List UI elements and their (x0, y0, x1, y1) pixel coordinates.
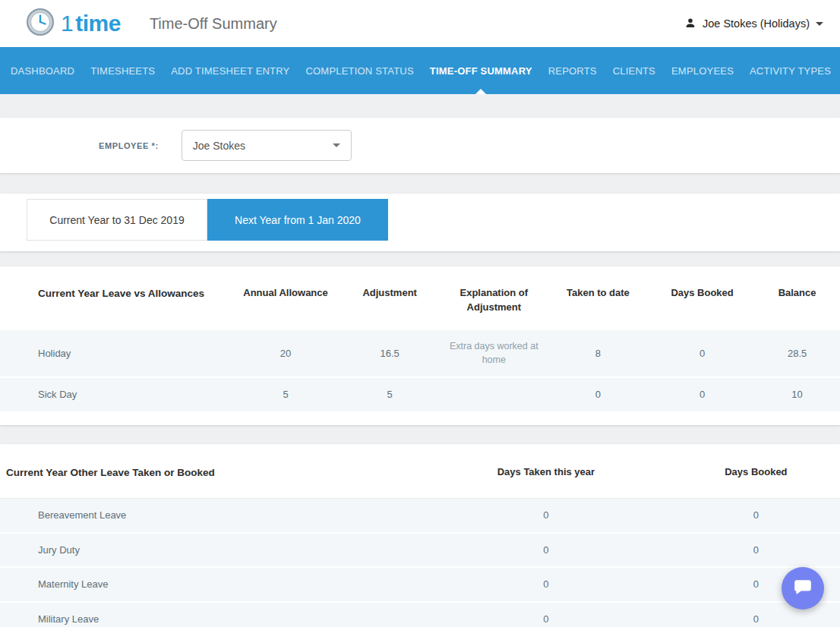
col-annual-allowance: Annual Allowance (233, 266, 337, 330)
chat-launcher-button[interactable] (782, 567, 824, 610)
tab-next-year[interactable]: Next Year from 1 Jan 2020 (207, 199, 388, 241)
chevron-down-icon (816, 22, 823, 26)
allowances-card: Current Year Leave vs Allowances Annual … (0, 266, 840, 425)
cell-leave-type: Sick Day (0, 377, 233, 412)
cell-days-taken: 0 (420, 602, 672, 627)
col-taken-to-date: Taken to date (546, 266, 650, 330)
other-leave-card: Current Year Other Leave Taken or Booked… (0, 444, 840, 627)
table-row-sick-day: Sick Day 5 5 0 0 10 (0, 377, 840, 412)
allowances-table: Current Year Leave vs Allowances Annual … (0, 266, 840, 413)
other-leave-title: Current Year Other Leave Taken or Booked (0, 444, 420, 499)
cell-leave-type: Jury Duty (0, 533, 420, 568)
nav-item-employees[interactable]: EMPLOYEES (671, 47, 734, 94)
cell-days-booked: 0 (672, 499, 840, 533)
table-row-bereavement: Bereavement Leave 0 0 (0, 499, 840, 533)
other-leave-table: Current Year Other Leave Taken or Booked… (0, 444, 840, 627)
main-nav: DASHBOARD TIMESHEETS ADD TIMESHEET ENTRY… (0, 47, 840, 94)
tab-current-year[interactable]: Current Year to 31 Dec 2019 (27, 199, 207, 241)
col-days-taken: Days Taken this year (420, 444, 672, 499)
app-logo[interactable]: 1time (26, 8, 121, 39)
employee-filter-card: EMPLOYEE *: Joe Stokes (0, 118, 840, 173)
cell-taken: 0 (546, 377, 650, 412)
cell-explanation: Extra days worked at home (442, 330, 546, 378)
cell-leave-type: Bereavement Leave (0, 499, 420, 533)
user-name: Joe Stokes (Holidays) (703, 17, 810, 30)
top-header: 1time Time-Off Summary Joe Stokes (Holid… (0, 0, 840, 47)
table-row-maternity: Maternity Leave 0 0 (0, 567, 840, 602)
cell-booked: 0 (650, 377, 754, 412)
nav-item-dashboard[interactable]: DASHBOARD (11, 47, 74, 94)
nav-item-activity-types[interactable]: ACTIVITY TYPES (750, 47, 831, 94)
cell-annual-allowance: 5 (233, 377, 337, 412)
employee-select-value: Joe Stokes (193, 140, 245, 152)
cell-booked: 0 (650, 330, 754, 378)
clock-logo-icon (26, 8, 55, 39)
logo-text: 1time (61, 11, 121, 36)
nav-item-add-timesheet-entry[interactable]: ADD TIMESHEET ENTRY (171, 47, 289, 94)
cell-days-taken: 0 (420, 533, 672, 568)
nav-item-time-off-summary[interactable]: TIME-OFF SUMMARY (430, 47, 532, 94)
chat-bubble-icon (793, 577, 813, 600)
allowances-header-row: Current Year Leave vs Allowances Annual … (0, 266, 840, 330)
other-leave-header-row: Current Year Other Leave Taken or Booked… (0, 444, 840, 499)
cell-taken: 8 (546, 330, 650, 378)
cell-balance: 28.5 (754, 330, 840, 378)
cell-annual-allowance: 20 (233, 330, 337, 378)
col-balance: Balance (754, 266, 840, 330)
table-row-jury-duty: Jury Duty 0 0 (0, 533, 840, 568)
employee-label: EMPLOYEE *: (99, 141, 159, 150)
col-adjustment: Adjustment (338, 266, 442, 330)
user-menu[interactable]: Joe Stokes (Holidays) (684, 17, 823, 31)
employee-select[interactable]: Joe Stokes (182, 130, 352, 161)
nav-item-timesheets[interactable]: TIMESHEETS (90, 47, 155, 94)
cell-days-taken: 0 (420, 499, 672, 533)
allowances-title: Current Year Leave vs Allowances (0, 266, 233, 330)
page-title: Time-Off Summary (150, 15, 277, 33)
table-row-military: Military Leave 0 0 (0, 602, 840, 627)
cell-days-taken: 0 (420, 567, 672, 602)
col-days-booked: Days Booked (650, 266, 754, 330)
table-row-holiday: Holiday 20 16.5 Extra days worked at hom… (0, 330, 840, 378)
user-icon (684, 17, 696, 31)
cell-leave-type: Military Leave (0, 602, 420, 627)
chevron-down-icon (333, 143, 340, 147)
cell-adjustment: 5 (338, 377, 442, 412)
col-explanation: Explanation of Adjustment (442, 266, 546, 330)
cell-leave-type: Maternity Leave (0, 567, 420, 602)
nav-item-reports[interactable]: REPORTS (548, 47, 597, 94)
cell-days-booked: 0 (672, 533, 840, 568)
cell-balance: 10 (754, 377, 840, 412)
cell-leave-type: Holiday (0, 330, 233, 378)
nav-item-completion-status[interactable]: COMPLETION STATUS (305, 47, 413, 94)
cell-explanation (442, 377, 546, 412)
col-days-booked: Days Booked (672, 444, 840, 499)
year-tabs-card: Current Year to 31 Dec 2019 Next Year fr… (0, 194, 840, 251)
cell-adjustment: 16.5 (338, 330, 442, 378)
year-tabs: Current Year to 31 Dec 2019 Next Year fr… (27, 199, 840, 241)
nav-item-clients[interactable]: CLIENTS (613, 47, 655, 94)
